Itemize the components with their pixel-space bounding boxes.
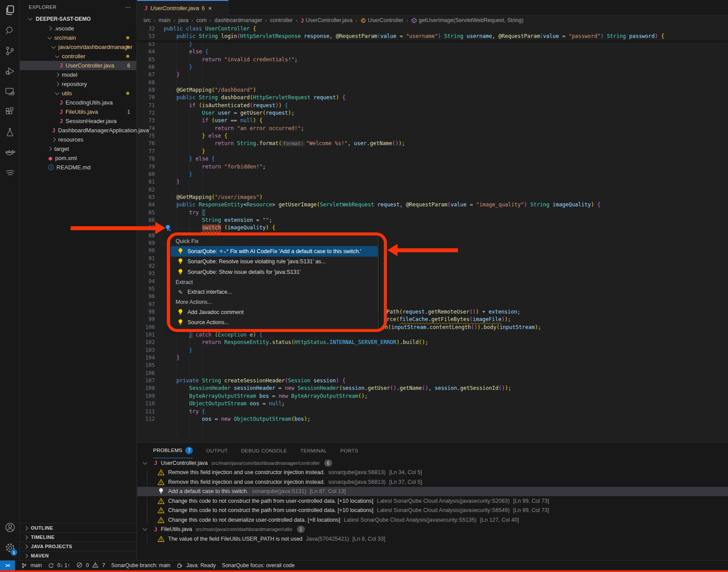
sidebar-item-utils[interactable]: utils [20,89,136,98]
problem-message: Remove this field injection and use cons… [168,469,325,475]
code-line-102: 102 return ResponseEntity.status(HttpSta… [137,339,728,346]
explorer-more-actions-icon[interactable]: ⋯ [125,4,131,11]
source-control-icon[interactable] [0,41,20,61]
extensions-icon[interactable] [0,101,20,122]
status-item-label: 0↓ 1↑ [57,562,70,568]
breadcrumb-item[interactable]: JUserController.java [300,17,353,24]
breadcrumb-item[interactable]: java [178,17,188,23]
sidebar-item-usercontroller-java[interactable]: JUserController.java6 [20,61,136,70]
code-line-64: 64 else { [137,48,728,56]
search-icon[interactable] [0,20,20,41]
tab-usercontroller[interactable]: J UserController.java 6 × [137,0,229,15]
status-item-sonarqube-focus-overall-code[interactable]: SonarQube focus: overall code [222,562,295,568]
code-text: } [164,41,192,48]
quickfix-item[interactable]: SonarQube: Show issue details for 'java:… [171,267,378,277]
line-number: 63 [137,41,155,48]
sidebar-item-dashboardmanagerapplication-java[interactable]: JDashboardManagerApplication.java [20,126,136,135]
line-number: 104 [137,354,155,362]
sidebar-item-sessionheader-java[interactable]: JSessionHeader.java [20,116,136,126]
problem-row[interactable]: Change this code to not deserialize user… [137,515,728,525]
sidebar-item-pom-xml[interactable]: ◆pom.xml [20,153,136,163]
sidebar-item-encodingutils-java[interactable]: JEncodingUtils.java [20,98,136,107]
status-item-sonarqube-branch-main[interactable]: SonarQube branch: main [111,562,170,568]
close-icon[interactable]: × [208,5,212,12]
line-number: 89 [137,239,155,247]
quickfix-item[interactable]: Add Javadoc comment [171,307,378,318]
code-text: return String.format(format:"Welcome %s!… [164,140,405,147]
code-line-105: 105 [137,362,728,369]
section-maven[interactable]: MAVEN [20,551,137,560]
section-timeline[interactable]: TIMELINE [20,532,137,542]
remote-explorer-icon[interactable] [0,81,20,101]
problem-row[interactable]: Add a default case to this switch.sonarq… [137,487,728,497]
status-item-main[interactable]: main [21,562,42,568]
line-number: 65 [137,56,155,64]
problem-row[interactable]: Change this code to not construct the pa… [137,496,728,506]
sidebar-item-readme-md[interactable]: iREADME.md [20,163,136,172]
breadcrumb-item[interactable]: getUserImage(ServletWebRequest, String) [411,17,523,23]
breadcrumb-separator: › [154,18,156,23]
panel-tab-output[interactable]: OUTPUT [206,443,228,458]
quickfix-item[interactable]: Source Actions... [171,318,378,328]
line-number: 95 [137,285,155,293]
breadcrumb-item[interactable]: controller [270,17,293,23]
sidebar-item-target[interactable]: target [20,144,136,153]
sidebar-item-java-com-dashboardmanager[interactable]: java/com/dashboardmanager [20,42,136,52]
breadcrumb-item[interactable]: dashboardmanager [214,17,262,23]
panel-tab-terminal[interactable]: TERMINAL [300,443,327,458]
ai-lightbulb-icon[interactable] [164,224,172,232]
status-item-0-1-[interactable]: 0↓ 1↑ [48,562,70,568]
docker-icon[interactable] [0,142,20,162]
problem-row[interactable]: The value of the field FileUtils.USER_PA… [137,534,728,544]
activity-bar-bottom: 1 [0,517,20,558]
breadcrumb-item[interactable]: com [196,17,207,23]
testing-icon[interactable] [0,122,20,142]
quickfix-item[interactable]: SonarQube: ✧₊° Fix with AI CodeFix 'Add … [171,246,378,257]
sidebar-item-src-main[interactable]: src/main [20,33,136,42]
code-text: public String dashboard(HttpServletReque… [164,94,345,101]
breadcrumb-item[interactable]: main [158,17,170,23]
code-line-109: 109 ByteArrayOutputStream bos = new Byte… [137,393,728,400]
breadcrumb-item[interactable]: src [143,17,151,23]
code-text: public class UserController { [164,25,256,33]
status-item-java-ready[interactable]: Java: Ready [176,562,216,568]
code-editor[interactable]: 32public class UserController {53 public… [137,25,728,442]
code-line-78: 78 } else { [137,155,728,163]
line-number: 102 [137,339,155,346]
line-number: 32 [137,25,155,33]
sidebar-item-resources[interactable]: resources [20,135,136,144]
problems-file-row[interactable]: JUserController.javasrc/main/java/com/da… [137,458,728,468]
problem-row[interactable]: Change this code to not construct the pa… [137,506,728,516]
line-number: 64 [137,48,155,56]
panel-tab-problems[interactable]: PROBLEMS7 [153,443,193,458]
breadcrumb-item[interactable]: UserController [360,17,404,23]
section-java-projects[interactable]: JAVA PROJECTS [20,542,137,551]
explorer-root-folder[interactable]: DEEPER-SAST-DEMO [20,14,136,24]
settings-gear-icon[interactable]: 1 [0,538,20,558]
quickfix-item[interactable]: ✎Extract interface... [171,287,378,298]
panel-tab-ports[interactable]: PORTS [340,443,358,458]
quickfix-item-label: SonarQube: Resolve issue violating rule … [188,258,326,265]
line-number: 107 [137,377,155,385]
sonarqube-icon[interactable] [0,162,20,183]
java-file-icon: J [144,5,148,11]
sidebar-item-model[interactable]: model [20,70,136,79]
sidebar-item-controller[interactable]: controller [20,52,136,61]
explorer-icon[interactable] [0,0,20,20]
problem-row[interactable]: Remove this field injection and use cons… [137,477,728,487]
sidebar-item-repository[interactable]: repository [20,79,136,89]
problems-file-row[interactable]: JFileUtils.javasrc/main/java/com/dashboa… [137,525,728,535]
problem-location: [Ln 127, Col 40] [480,517,519,523]
quickfix-item[interactable]: SonarQube: Resolve issue violating rule … [171,257,378,267]
problem-row[interactable]: Remove this field injection and use cons… [137,468,728,478]
remote-indicator[interactable]: >< [0,561,15,571]
panel-tab-debug-console[interactable]: DEBUG CONSOLE [241,443,287,458]
sidebar-item-fileutils-java[interactable]: JFileUtils.java1 [20,107,136,116]
run-debug-icon[interactable] [0,61,20,81]
status-item-0[interactable]: 07 [76,562,105,569]
account-icon[interactable] [0,517,20,538]
section-outline[interactable]: OUTLINE [20,523,137,532]
quickfix-group-header: More Actions... [170,297,378,307]
sidebar-item--vscode[interactable]: .vscode [20,24,136,33]
line-number: 90 [137,247,155,254]
